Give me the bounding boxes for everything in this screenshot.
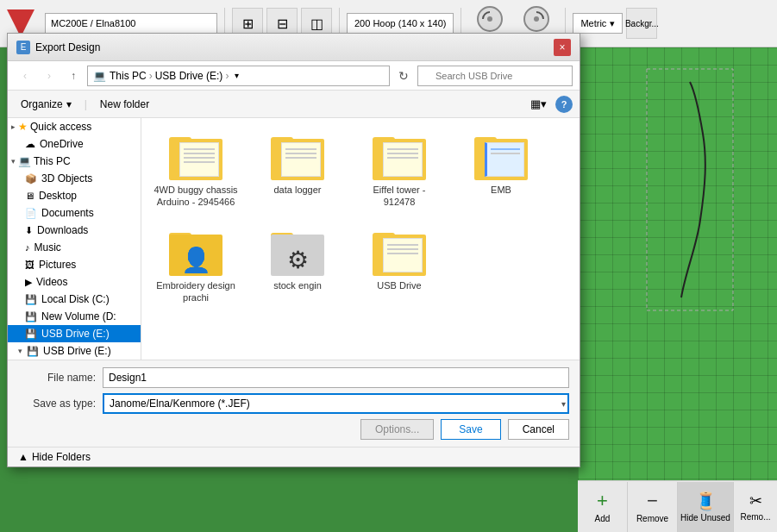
hide-folders-bar[interactable]: ▲ Hide Folders <box>8 447 580 466</box>
dialog-close-button[interactable]: × <box>554 39 571 56</box>
organize-button[interactable]: Organize ▾ <box>15 96 78 113</box>
path-usb-label: USB Drive (E:) <box>155 70 223 82</box>
nav-up-button[interactable]: ↑ <box>63 66 84 86</box>
sidebar-item-3d-objects[interactable]: 📦 3D Objects <box>8 170 141 187</box>
list-item[interactable]: EMB <box>454 125 548 214</box>
sidebar-item-downloads[interactable]: ⬇ Downloads <box>8 222 141 239</box>
dialog-title-icon: E <box>16 41 30 54</box>
add-button[interactable]: + Add <box>578 482 628 532</box>
path-pc-icon: 💻 <box>93 70 106 82</box>
sidebar-item-videos[interactable]: ▶ Videos <box>8 273 141 291</box>
sidebar-item-quick-access[interactable]: ▸ ★ Quick access <box>8 118 141 135</box>
list-item[interactable]: Eiffel tower - 912478 <box>352 125 447 214</box>
new-folder-button[interactable]: New folder <box>94 96 155 113</box>
path-caret: ▾ <box>235 71 239 80</box>
view-button[interactable]: ▦ ▾ <box>528 94 548 115</box>
dialog-title: Export Design <box>35 41 100 53</box>
sidebar-item-usb-drive[interactable]: 💾 USB Drive (E:) <box>8 325 141 342</box>
expand-usb-icon: ▾ <box>18 347 22 355</box>
sidebar-label-3d-objects: 3D Objects <box>41 172 92 185</box>
list-item[interactable]: 4WD buggy chassis Arduino - 2945466 <box>148 125 243 214</box>
nav-bar: ‹ › ↑ 💻 This PC › USB Drive (E:) › ▾ ↻ 🔍 <box>8 61 580 91</box>
sidebar-label-music: Music <box>34 241 61 253</box>
sidebar-label-pictures: Pictures <box>39 259 76 271</box>
form-buttons: Options... Save Cancel <box>18 419 569 440</box>
sidebar-label-usb-drive: USB Drive (E:) <box>41 328 110 340</box>
folder-icon-6: ⚙ <box>267 226 328 276</box>
search-input[interactable] <box>417 66 573 86</box>
save-button[interactable]: Save <box>441 419 500 440</box>
form-area: File name: Save as type: Janome/Elna/Ken… <box>8 360 580 447</box>
rotate-left-btn[interactable] <box>477 6 503 32</box>
nav-refresh-button[interactable]: ↻ <box>393 66 414 86</box>
sidebar: ▸ ★ Quick access ☁ OneDrive ▾ 💻 This PC … <box>8 118 141 360</box>
svg-point-1 <box>534 16 539 22</box>
hide-unused-button[interactable]: 🧵 Hide Unused <box>678 482 734 532</box>
sidebar-item-onedrive[interactable]: ☁ OneDrive <box>8 135 141 153</box>
rotate-right-btn[interactable] <box>523 6 549 32</box>
help-button[interactable]: ? <box>555 96 573 113</box>
3d-icon: 📦 <box>25 173 37 185</box>
nav-back-button[interactable]: ‹ <box>15 66 35 86</box>
expand-icon: ▸ <box>11 122 16 131</box>
file-label-7: USB Drive <box>377 279 421 291</box>
sidebar-label-this-pc: This PC <box>34 155 71 167</box>
sidebar-label-downloads: Downloads <box>37 224 88 236</box>
folder-icon-3 <box>369 130 429 180</box>
sidebar-label-desktop: Desktop <box>39 190 77 202</box>
pc-icon: 💻 <box>18 155 31 167</box>
pictures-icon: 🖼 <box>25 260 34 270</box>
sidebar-item-music[interactable]: ♪ Music <box>8 239 141 256</box>
sidebar-item-usb-drive-2[interactable]: ▾ 💾 USB Drive (E:) <box>8 342 141 360</box>
savetype-label: Save as type: <box>18 397 96 410</box>
list-item[interactable]: ⚙ stock engin <box>250 221 345 310</box>
sidebar-label-new-volume: New Volume (D: <box>41 310 116 322</box>
sidebar-item-local-disk[interactable]: 💾 Local Disk (C:) <box>8 291 141 308</box>
music-icon: ♪ <box>25 242 30 253</box>
nav-forward-button[interactable]: › <box>39 66 60 86</box>
savetype-select[interactable]: Janome/Elna/Kenmore (*.JEF)Brother/Baby … <box>103 393 569 414</box>
cancel-button[interactable]: Cancel <box>508 419 569 440</box>
list-item[interactable]: 👤 Embroidery design prachi <box>148 221 243 310</box>
path-pc-label: This PC <box>110 70 147 82</box>
hoop-selector[interactable]: 200 Hoop (140 x 140) <box>347 13 454 34</box>
sidebar-item-documents[interactable]: 📄 Documents <box>8 204 141 222</box>
new-volume-icon: 💾 <box>25 311 37 322</box>
options-button[interactable]: Options... <box>360 419 434 440</box>
metric-selector[interactable]: Metric ▾ <box>573 13 623 34</box>
sidebar-item-pictures[interactable]: 🖼 Pictures <box>8 256 141 273</box>
usb-drive-2-icon: 💾 <box>27 346 39 357</box>
remove-button[interactable]: − Remove <box>628 482 678 532</box>
list-item[interactable]: USB Drive <box>352 221 447 310</box>
chevron-down-icon: ▲ <box>18 451 28 463</box>
machine-input[interactable] <box>45 13 217 34</box>
file-label-4: EMB <box>491 184 511 196</box>
canvas-area <box>578 47 777 532</box>
toolbar-sep-1: | <box>85 98 87 110</box>
file-label-1: 4WD buggy chassis Arduino - 2945466 <box>154 184 238 209</box>
svg-point-0 <box>487 16 492 22</box>
remove2-button[interactable]: ✂ Remo... <box>734 482 777 532</box>
sidebar-label-quick-access: Quick access <box>30 121 91 133</box>
filename-input[interactable] <box>103 367 569 388</box>
folder-icon-4 <box>471 130 531 180</box>
svg-rect-2 <box>647 69 733 310</box>
sidebar-item-this-pc[interactable]: ▾ 💻 This PC <box>8 153 141 170</box>
background-btn[interactable]: Backgr... <box>626 8 657 39</box>
search-wrap: 🔍 <box>417 66 573 86</box>
savetype-select-wrap: Janome/Elna/Kenmore (*.JEF)Brother/Baby … <box>103 393 569 414</box>
file-label-5: Embroidery design prachi <box>154 279 238 304</box>
folder-icon-1 <box>166 130 226 180</box>
export-dialog: E Export Design × ‹ › ↑ 💻 This PC › USB … <box>7 33 580 467</box>
savetype-row: Save as type: Janome/Elna/Kenmore (*.JEF… <box>18 393 569 414</box>
list-item[interactable]: data logger <box>250 125 345 214</box>
folder-icon-5: 👤 <box>166 226 226 276</box>
sidebar-item-desktop[interactable]: 🖥 Desktop <box>8 187 141 204</box>
sidebar-label-onedrive: OneDrive <box>40 138 84 150</box>
sidebar-label-local-disk: Local Disk (C:) <box>41 293 110 305</box>
sidebar-item-new-volume[interactable]: 💾 New Volume (D: <box>8 308 141 325</box>
file-toolbar: Organize ▾ | New folder ▦ ▾ ? <box>8 91 580 118</box>
onedrive-icon: ☁ <box>25 138 35 150</box>
downloads-icon: ⬇ <box>25 225 33 236</box>
filename-row: File name: <box>18 367 569 388</box>
